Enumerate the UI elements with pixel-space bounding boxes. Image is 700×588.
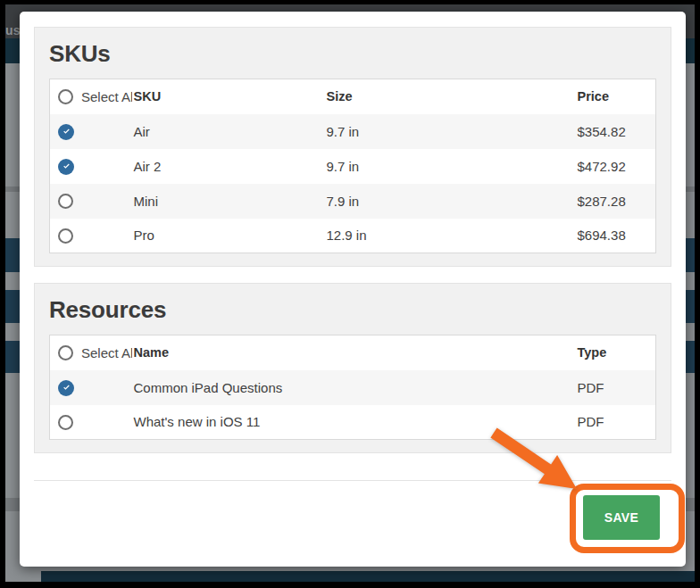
column-header: Price	[576, 79, 656, 114]
table-cell: PDF	[576, 370, 656, 405]
checked-circle-icon[interactable]	[58, 159, 74, 175]
table-cell: $354.82	[576, 114, 656, 149]
column-header: SKU	[132, 79, 325, 114]
row-checkbox-cell	[50, 219, 132, 253]
table-row: Mini7.9 in$287.28	[50, 184, 656, 219]
select-all-label: Select All	[81, 89, 132, 104]
section-title: Resources	[49, 296, 656, 324]
row-checkbox-cell	[50, 184, 132, 219]
table-cell: Mini	[132, 184, 325, 219]
radio-unchecked-icon[interactable]	[58, 415, 73, 430]
select-all-header: Select All	[50, 335, 132, 370]
table-row: Air 29.7 in$472.92	[50, 149, 656, 184]
column-header: Type	[576, 335, 656, 370]
resources-table: Select AllNameTypeCommon iPad QuestionsP…	[49, 335, 656, 440]
table-cell: 7.9 in	[325, 184, 576, 219]
table-header-row: Select AllSKUSizePrice	[50, 79, 656, 114]
row-checkbox-cell	[50, 149, 132, 184]
skus-table: Select AllSKUSizePriceAir9.7 in$354.82Ai…	[49, 79, 656, 253]
select-all-header: Select All	[50, 79, 132, 114]
table-cell: 9.7 in	[325, 114, 576, 149]
table-cell: Common iPad Questions	[132, 370, 576, 405]
resources-section: ResourcesSelect AllNameTypeCommon iPad Q…	[34, 283, 671, 453]
row-checkbox-cell	[50, 114, 132, 149]
radio-unchecked-icon[interactable]	[58, 89, 73, 104]
modal-dialog: SKUsSelect AllSKUSizePriceAir9.7 in$354.…	[20, 12, 686, 567]
background-page: us SKUsSelect AllSKUSizePriceAir9.7 in$3…	[5, 4, 695, 582]
table-cell: 12.9 in	[325, 219, 576, 253]
table-header-row: Select AllNameType	[50, 335, 656, 370]
table-cell: Air	[132, 114, 325, 149]
background-clipped-text: us	[5, 23, 21, 37]
table-cell: $287.28	[576, 184, 656, 219]
footer-divider	[34, 480, 671, 481]
table-cell: $472.92	[576, 149, 656, 184]
save-button[interactable]: SAVE	[583, 495, 660, 540]
checked-circle-icon[interactable]	[58, 124, 74, 140]
table-row: What's new in iOS 11PDF	[50, 405, 656, 440]
row-checkbox-cell	[50, 405, 132, 440]
table-cell: 9.7 in	[325, 149, 576, 184]
table-cell: $694.38	[576, 219, 656, 253]
table-cell: Air 2	[132, 149, 325, 184]
skus-section: SKUsSelect AllSKUSizePriceAir9.7 in$354.…	[34, 27, 671, 267]
select-all-control: Select All	[58, 89, 130, 104]
column-header: Name	[132, 335, 576, 370]
radio-unchecked-icon[interactable]	[58, 228, 73, 244]
table-row: Pro12.9 in$694.38	[50, 219, 656, 253]
select-all-label: Select All	[81, 345, 132, 360]
select-all-control: Select All	[58, 345, 130, 360]
modal-sections: SKUsSelect AllSKUSizePriceAir9.7 in$354.…	[34, 27, 671, 453]
radio-unchecked-icon[interactable]	[58, 194, 73, 209]
radio-unchecked-icon[interactable]	[58, 345, 73, 360]
background-patch	[5, 571, 41, 582]
annotation-highlight-box: SAVE	[570, 484, 685, 553]
column-header: Size	[325, 79, 576, 114]
table-cell: What's new in iOS 11	[132, 405, 576, 440]
table-cell: PDF	[576, 405, 656, 440]
screenshot-frame: us SKUsSelect AllSKUSizePriceAir9.7 in$3…	[0, 0, 700, 588]
table-cell: Pro	[132, 219, 325, 253]
checked-circle-icon[interactable]	[58, 380, 74, 396]
section-title: SKUs	[49, 40, 656, 68]
row-checkbox-cell	[50, 370, 132, 405]
table-row: Air9.7 in$354.82	[50, 114, 656, 149]
table-row: Common iPad QuestionsPDF	[50, 370, 656, 405]
